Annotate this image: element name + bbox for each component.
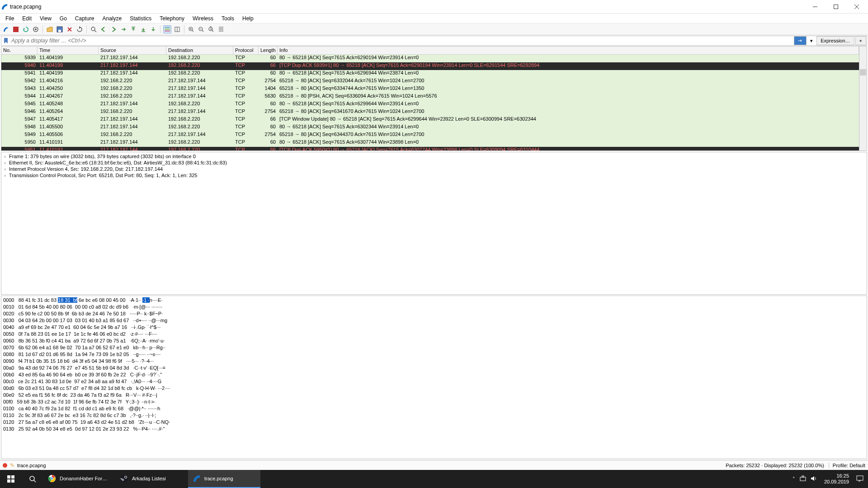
- hex-line[interactable]: 0100 ca 40 40 7c f9 2a 1d 82 f1 cd dd c1…: [3, 405, 865, 412]
- col-length[interactable]: Length: [259, 47, 278, 54]
- hex-line[interactable]: 00c0 ce 2c 21 41 30 83 1d 0e 97 e2 34 a8…: [3, 378, 865, 385]
- auto-scroll-icon[interactable]: [149, 25, 157, 33]
- go-last-icon[interactable]: [139, 25, 147, 33]
- detail-tree-item[interactable]: › Frame 1: 379 bytes on wire (3032 bits)…: [2, 153, 866, 160]
- jump-to-icon[interactable]: [119, 25, 127, 33]
- menu-telephony[interactable]: Telephony: [156, 14, 188, 23]
- go-back-icon[interactable]: [99, 25, 108, 33]
- packet-row[interactable]: 594211.404216192.168.2.220217.182.197.14…: [1, 78, 859, 85]
- hex-line[interactable]: 0020 c5 90 fe c2 00 50 8b 9f 6b b3 de 24…: [3, 310, 865, 317]
- col-source[interactable]: Source: [99, 47, 166, 54]
- capture-options-icon[interactable]: [32, 25, 40, 33]
- hex-line[interactable]: 0010 01 6d 84 5b 40 00 80 06 00 00 c0 a8…: [3, 304, 865, 310]
- hex-line[interactable]: 0060 8b 36 51 3b f0 c4 41 ba a9 72 6d 6f…: [3, 338, 865, 344]
- capture-file-properties-icon[interactable]: ✎: [10, 462, 14, 469]
- restart-capture-icon[interactable]: [22, 25, 30, 33]
- col-no[interactable]: No.: [1, 47, 38, 54]
- reload-file-icon[interactable]: [75, 25, 84, 33]
- window-minimize-button[interactable]: [805, 0, 826, 13]
- packet-row[interactable]: 595011.410191217.182.197.144192.168.2.22…: [1, 139, 859, 147]
- add-filter-button[interactable]: +: [855, 36, 866, 45]
- taskbar-task-wireshark[interactable]: trace.pcapng: [188, 470, 260, 488]
- resize-all-cols-icon[interactable]: [217, 25, 225, 33]
- packet-row[interactable]: 594111.404199217.182.197.144192.168.2.22…: [1, 70, 859, 78]
- bookmark-icon[interactable]: [2, 37, 9, 44]
- packet-row[interactable]: 594911.405506192.168.2.220217.182.197.14…: [1, 131, 859, 139]
- status-profile[interactable]: Profile: Default: [829, 463, 865, 468]
- hex-line[interactable]: 0130 25 92 a4 0b 50 34 e8 e5 0d 97 12 01…: [3, 426, 865, 432]
- menu-analyze[interactable]: Analyze: [99, 14, 126, 23]
- hex-line[interactable]: 0080 81 1d 67 d2 01 d6 95 8d 1a 94 7e 73…: [3, 351, 865, 358]
- menu-help[interactable]: Help: [239, 14, 257, 23]
- packet-list-header[interactable]: No. Time Source Destination Protocol Len…: [1, 47, 859, 55]
- col-time[interactable]: Time: [38, 47, 99, 54]
- hex-line[interactable]: 0040 a9 ef 69 bc 2e 47 70 e1 60 04 6c 5e…: [3, 324, 865, 331]
- hex-line[interactable]: 00b0 43 ed 85 6a 46 90 64 eb b0 ce 39 3f…: [3, 371, 865, 378]
- go-forward-icon[interactable]: [109, 25, 118, 33]
- packet-row[interactable]: 595111.410192217.182.197.144192.168.2.22…: [1, 147, 859, 150]
- packet-row[interactable]: 594711.405417217.182.197.144192.168.2.22…: [1, 116, 859, 124]
- window-maximize-button[interactable]: [826, 0, 846, 13]
- packet-row[interactable]: 594011.404199217.182.197.144192.168.2.22…: [1, 62, 859, 70]
- menu-tools[interactable]: Tools: [218, 14, 238, 23]
- packet-list-scrollbar[interactable]: [859, 47, 867, 150]
- hex-line[interactable]: 0050 0f 7a 88 23 01 ee 1e 17 1e 1c fe 46…: [3, 331, 865, 338]
- start-capture-icon[interactable]: [2, 25, 10, 33]
- menu-file[interactable]: File: [2, 14, 18, 23]
- find-packet-icon[interactable]: [90, 25, 98, 33]
- menu-edit[interactable]: Edit: [19, 14, 35, 23]
- go-first-icon[interactable]: [129, 25, 137, 33]
- system-tray[interactable]: ˄ 16:25 20.09.2019: [788, 473, 868, 485]
- packet-row[interactable]: 594811.405500217.182.197.144192.168.2.22…: [1, 124, 859, 131]
- hex-line[interactable]: 00e0 52 e5 ea f1 56 fc 8f dc 23 da 46 7a…: [3, 392, 865, 399]
- action-center-icon[interactable]: [856, 475, 863, 483]
- packet-row[interactable]: 594611.405264192.168.2.220217.182.197.14…: [1, 108, 859, 116]
- hex-line[interactable]: 0030 04 03 64 2b 00 00 17 03 03 01 40 b3…: [3, 317, 865, 324]
- hex-line[interactable]: 0000 88 41 fc 31 dc 83 18 31 bf 6e bc e6…: [3, 297, 865, 304]
- display-filter-input[interactable]: [10, 36, 793, 45]
- taskbar-search-button[interactable]: [22, 470, 43, 488]
- hex-line[interactable]: 0090 f4 7f b1 0b 35 15 18 b6 d4 3f e5 04…: [3, 358, 865, 365]
- hex-line[interactable]: 00d0 6b 03 e3 51 0a 48 cc 57 d7 e7 f8 d4…: [3, 385, 865, 392]
- packet-row[interactable]: 593911.404199217.182.197.144192.168.2.22…: [1, 55, 859, 62]
- packet-row[interactable]: 594311.404250192.168.2.220217.182.197.14…: [1, 85, 859, 93]
- hex-line[interactable]: 0110 2c 9c 3f 83 a6 67 2e bc e3 16 7c 82…: [3, 412, 865, 419]
- menu-wireless[interactable]: Wireless: [189, 14, 217, 23]
- resize-columns-icon[interactable]: [173, 25, 181, 33]
- start-button[interactable]: [0, 470, 22, 488]
- close-file-icon[interactable]: [66, 25, 74, 33]
- packet-details-pane[interactable]: › Frame 1: 379 bytes on wire (3032 bits)…: [1, 152, 867, 295]
- detail-tree-item[interactable]: › Transmission Control Protocol, Src Por…: [2, 172, 866, 178]
- colorize-icon[interactable]: [163, 25, 171, 33]
- col-destination[interactable]: Destination: [166, 47, 233, 54]
- tray-volume-icon[interactable]: [811, 475, 817, 483]
- taskbar-task-chrome[interactable]: DonanımHaber For…: [43, 470, 116, 488]
- hex-line[interactable]: 00f0 59 b8 3b 33 c2 ac 7d 10 1f 96 6e fb…: [3, 399, 865, 405]
- save-file-icon[interactable]: [56, 25, 64, 33]
- taskbar-clock[interactable]: 16:25 20.09.2019: [821, 473, 852, 485]
- col-protocol[interactable]: Protocol: [233, 47, 259, 54]
- hex-line[interactable]: 00a0 9a 43 dd 92 74 06 76 27 e7 45 51 5b…: [3, 365, 865, 371]
- taskbar-task-steam[interactable]: Arkadaş Listesi: [116, 470, 188, 488]
- zoom-in-icon[interactable]: [187, 25, 195, 33]
- menu-view[interactable]: View: [36, 14, 55, 23]
- zoom-out-icon[interactable]: [197, 25, 205, 33]
- detail-tree-item[interactable]: › Ethernet II, Src: AsustekC_6e:bc:e6 (1…: [2, 160, 866, 166]
- packet-bytes-pane[interactable]: 0000 88 41 fc 31 dc 83 18 31 bf 6e bc e6…: [1, 296, 867, 459]
- packet-row[interactable]: 594411.404267192.168.2.220217.182.197.14…: [1, 93, 859, 101]
- filter-dropdown-icon[interactable]: ▾: [808, 37, 815, 44]
- menu-statistics[interactable]: Statistics: [126, 14, 155, 23]
- col-info[interactable]: Info: [278, 47, 859, 54]
- hex-line[interactable]: 0070 6b 62 06 e4 a1 68 9e 02 70 1a a7 06…: [3, 344, 865, 351]
- expert-info-icon[interactable]: [3, 463, 7, 468]
- menu-go[interactable]: Go: [56, 14, 71, 23]
- hex-line[interactable]: 0120 27 5a a7 c8 e6 e8 af 00 75 19 a6 43…: [3, 419, 865, 426]
- apply-filter-button[interactable]: [794, 36, 807, 45]
- window-close-button[interactable]: [846, 0, 867, 13]
- menu-capture[interactable]: Capture: [71, 14, 98, 23]
- detail-tree-item[interactable]: › Internet Protocol Version 4, Src: 192.…: [2, 166, 866, 172]
- stop-capture-icon[interactable]: [12, 25, 20, 33]
- tray-chevron-up-icon[interactable]: ˄: [793, 476, 795, 482]
- tray-network-icon[interactable]: [800, 475, 806, 483]
- expression-button[interactable]: Expression…: [816, 36, 854, 45]
